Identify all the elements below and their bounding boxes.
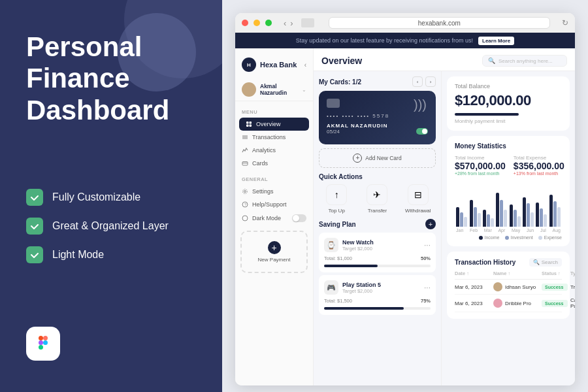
expense-bar [504,210,507,227]
features-list: Fully Customizable Great & Organized Lay… [26,189,196,263]
sidebar-item-overview[interactable]: Overview [239,118,309,131]
withdrawal-label: Withdrawal [405,208,431,214]
browser-nav: ‹ › [284,18,293,28]
tx-header: Transaction History 🔍 Search [455,258,562,267]
expense-amount: $356,000.00 [514,161,564,171]
withdrawal-button[interactable]: ⊟ Withdrawal [400,184,436,214]
status-badge: Success [542,284,568,291]
darkmode-toggle[interactable] [292,214,306,222]
saving-item-menu[interactable]: ··· [424,283,431,292]
saving-item-target: Target $2,000 [342,246,374,252]
chart-month-label: Apr [498,228,505,233]
nav-forward[interactable]: › [290,18,293,28]
tx-type: Card Payment [570,297,575,309]
expense-stat: Total Expense $356,000.00 +13% from last… [514,155,564,176]
expense-bar [531,212,534,227]
saving-percent: 50% [421,255,431,261]
saving-plan-add-button[interactable]: + [425,219,436,229]
card-toggle[interactable] [416,128,428,135]
tx-search-label: Search [542,259,558,265]
feature-item: Fully Customizable [26,189,196,206]
invest-bar [460,212,463,227]
legend-income-label: Income [485,235,500,240]
nav-back[interactable]: ‹ [284,18,286,28]
main-headline: PersonalFinanceDashboard [26,31,196,126]
user-chevron[interactable]: ⌄ [302,87,306,93]
saving-item-menu[interactable]: ··· [424,240,431,250]
sidebar-item-cards[interactable]: Cards [235,157,313,170]
income-bar [536,203,539,227]
sidebar-item-transactions[interactable]: Transactions [235,131,313,144]
saving-item-left: ⌚ New Watch Target $2,000 [324,238,374,252]
svg-point-14 [244,191,246,193]
progress-bar-fill [324,265,378,267]
legend-expense-label: Expense [544,235,562,240]
transfer-icon: ✈ [367,184,387,205]
sidebar-user: Akmal Nazarudin ⌄ [235,78,313,101]
cards-icon [242,160,248,167]
feature-label: Great & Organized Layer [52,220,169,232]
sidebar: H Hexa Bank ‹ Akmal Nazarudin ⌄ MENU Ove… [235,48,314,385]
chart-month-label: Aug [553,228,561,233]
feature-item: Light Mode [26,246,196,263]
browser-dot-red[interactable] [242,20,248,26]
card-wave-icon: ))) [414,97,427,112]
withdrawal-icon: ⊟ [408,184,429,205]
sidebar-item-darkmode[interactable]: Dark Mode [235,211,313,225]
saving-plan-title: Saving Plan [319,221,356,228]
card-chip [327,99,340,108]
expense-bar [557,207,561,227]
card-info: AKMAL NAZARUDIN 05/24 [327,123,428,135]
search-bar[interactable]: 🔍 Search anything here... [482,55,567,67]
income-label: Total Income [455,155,506,161]
cards-title: My Cards: 1/2 [319,78,361,86]
tx-name: Idhsan Suryo [505,284,536,290]
main-content: Overview 🔍 Search anything here... My Ca… [314,48,575,385]
card-holder-name: AKMAL NAZARUDIN [327,123,388,129]
saving-item-icon: 🎮 [324,280,338,295]
address-bar[interactable]: hexabank.com [329,17,550,29]
quick-actions-list: ↑ Top Up ✈ Transfer ⊟ Withdrawal [319,184,436,214]
browser-window: ‹ › hexabank.com ↻ Stay updated on our l… [235,13,575,385]
settings-icon [242,188,248,195]
legend-investment-label: Investment [511,235,533,240]
cards-prev[interactable]: ‹ [412,76,423,87]
sidebar-collapse-icon[interactable]: ‹ [304,61,306,69]
learn-more-button[interactable]: Learn More [478,37,514,45]
transaction-history: Transaction History 🔍 Search Date ↑ Name… [447,252,570,319]
saving-item-name: New Watch [342,239,374,246]
saving-item-header: ⌚ New Watch Target $2,000 ··· [324,238,431,252]
sidebar-item-settings[interactable]: Settings [235,185,313,198]
tx-col-status: Status ↑ [542,270,568,276]
check-icon [26,218,43,235]
cards-next[interactable]: › [425,76,436,87]
browser-dot-green[interactable] [265,20,272,26]
add-card-button[interactable]: + Add New Card [319,148,436,168]
invest-bar [553,201,557,227]
add-card-label: Add New Card [365,155,401,161]
svg-rect-4 [39,345,43,350]
sidebar-item-analytics[interactable]: Analytics [235,144,313,157]
quick-actions-header: Quick Actions [319,173,436,180]
saving-item: ⌚ New Watch Target $2,000 ··· [319,233,436,272]
feature-item: Great & Organized Layer [26,218,196,235]
transfer-button[interactable]: ✈ Transfer [359,184,395,214]
sidebar-logo: H Hexa Bank [242,57,297,72]
overview-icon [246,121,252,127]
tx-col-type: Type ↑ [570,270,575,276]
tx-search[interactable]: 🔍 Search [529,258,562,267]
total-balance-card: Total Balance $120,000.00 Monthly paymen… [447,76,570,131]
refresh-icon[interactable]: ↻ [562,18,568,27]
expense-bar [464,217,467,227]
table-row: Mar 6, 2023 Idhsan Suryo Success Transfe… [455,280,562,295]
legend-investment: Investment [505,235,533,240]
tx-name-cell: Idhsan Suryo [493,282,539,291]
browser-dot-yellow[interactable] [253,20,260,26]
stats-row: Total Income $570,000.00 +28% from last … [455,155,562,176]
sidebar-item-help[interactable]: ? Help/Support [235,198,313,211]
svg-rect-2 [39,340,43,345]
tx-search-icon: 🔍 [533,259,540,265]
new-payment-widget[interactable]: + New Payment [240,231,308,273]
income-bar [523,197,526,227]
topup-button[interactable]: ↑ Top Up [319,184,354,214]
